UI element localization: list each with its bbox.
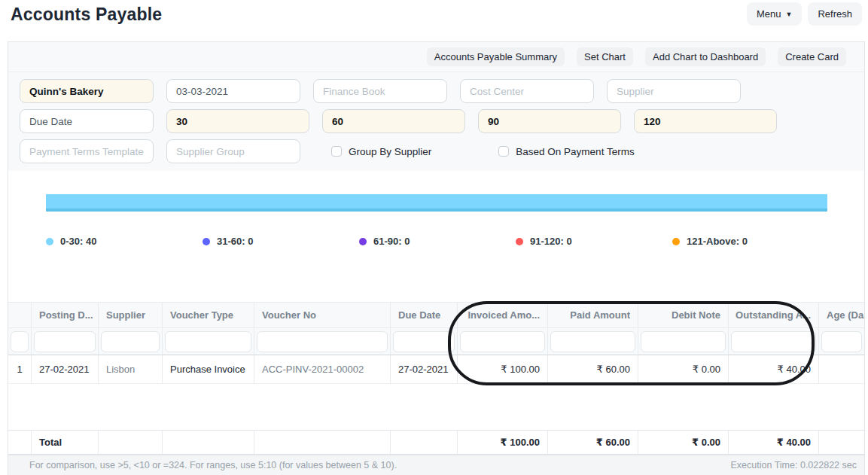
legend-dot-icon (46, 238, 53, 245)
table-empty-area (8, 384, 864, 430)
legend-dot-icon (672, 238, 680, 245)
based-on-payment-terms-option: Based On Payment Terms (498, 146, 634, 157)
cell-due-date: 27-02-2021 (391, 355, 458, 383)
header-posting-date[interactable]: Posting D... (32, 303, 99, 327)
report-toolbar: Accounts Payable Summary Set Chart Add C… (8, 42, 864, 72)
filter-outstanding-amount-input[interactable] (731, 331, 816, 352)
table-filter-row (8, 328, 864, 355)
header-rownum (8, 303, 32, 327)
legend-dot-icon (203, 238, 210, 245)
table-row[interactable]: 1 27-02-2021 Lisbon Purchase Invoice ACC… (8, 355, 864, 384)
cell-paid-amount: ₹ 60.00 (548, 355, 638, 383)
legend-label: 91-120: 0 (530, 236, 572, 247)
table-header-row: Posting D... Supplier Voucher Type Vouch… (8, 302, 864, 328)
report-container: Accounts Payable Summary Set Chart Add C… (8, 41, 865, 475)
filter-voucher-no-input[interactable] (257, 331, 388, 352)
legend-item-121-above: 121-Above: 0 (672, 236, 829, 247)
total-label: Total (32, 431, 99, 454)
header-voucher-type[interactable]: Voucher Type (163, 303, 254, 327)
based-on-payment-terms-checkbox[interactable] (498, 146, 509, 157)
report-footer: For comparison, use >5, <10 or =324. For… (8, 455, 864, 475)
create-card-button[interactable]: Create Card (778, 47, 846, 66)
report-table: Posting D... Supplier Voucher Type Vouch… (8, 302, 864, 455)
cell-invoiced-amount: ₹ 100.00 (458, 355, 548, 383)
supplier-group-filter[interactable] (166, 139, 300, 163)
legend-label: 121-Above: 0 (687, 236, 748, 247)
cell-posting-date: 27-02-2021 (32, 355, 99, 383)
ageing-range-4-filter[interactable] (634, 109, 777, 133)
table-total-row: Total ₹ 100.00 ₹ 60.00 ₹ 0.00 ₹ 40.00 (8, 430, 864, 455)
filter-row-1 (20, 79, 864, 103)
chevron-down-icon: ▼ (786, 11, 793, 18)
legend-label: 31-60: 0 (217, 236, 253, 247)
filter-voucher-type-input[interactable] (165, 331, 251, 352)
report-date-filter[interactable] (166, 79, 300, 103)
filter-rownum-input[interactable] (11, 331, 29, 352)
finance-book-filter[interactable] (313, 79, 447, 103)
ageing-range-3-filter[interactable] (478, 109, 621, 133)
menu-button-label: Menu (757, 8, 781, 20)
cell-voucher-no[interactable]: ACC-PINV-2021-00002 (254, 355, 391, 383)
cell-age-days (819, 355, 864, 383)
cell-outstanding-amount: ₹ 40.00 (729, 355, 819, 383)
total-invoiced-amount: ₹ 100.00 (458, 431, 548, 454)
chart-bar-0-30[interactable] (46, 194, 827, 212)
accounts-payable-summary-button[interactable]: Accounts Payable Summary (427, 47, 565, 66)
page-header: Accounts Payable Menu ▼ Refresh (0, 0, 868, 41)
header-paid-amount[interactable]: Paid Amount (548, 303, 638, 327)
filter-due-date-input[interactable] (393, 331, 455, 352)
group-by-supplier-checkbox[interactable] (331, 146, 342, 157)
legend-item-31-60: 31-60: 0 (203, 236, 359, 247)
group-by-supplier-label: Group By Supplier (349, 146, 431, 157)
filter-paid-amount-input[interactable] (550, 331, 635, 352)
add-chart-to-dashboard-button[interactable]: Add Chart to Dashboard (645, 47, 766, 66)
legend-dot-icon (359, 238, 367, 245)
header-outstanding-amount[interactable]: Outstanding A... (729, 303, 819, 327)
legend-item-91-120: 91-120: 0 (516, 236, 672, 247)
filter-supplier-input[interactable] (101, 331, 160, 352)
ageing-chart: 0-30: 40 31-60: 0 61-90: 0 91-120: 0 121… (8, 171, 864, 302)
cell-debit-note: ₹ 0.00 (638, 355, 729, 383)
header-invoiced-amount[interactable]: Invoiced Amo... (458, 303, 548, 327)
ageing-range-2-filter[interactable] (322, 109, 465, 133)
legend-item-61-90: 61-90: 0 (359, 236, 516, 247)
group-by-supplier-option: Group By Supplier (331, 146, 431, 157)
supplier-filter[interactable] (607, 79, 741, 103)
comparison-hint: For comparison, use >5, <10 or =324. For… (29, 460, 397, 470)
execution-time: Execution Time: 0.022822 sec (731, 460, 857, 470)
page-title: Accounts Payable (11, 5, 162, 25)
legend-label: 61-90: 0 (373, 236, 410, 247)
legend-item-0-30: 0-30: 40 (46, 236, 203, 247)
menu-button[interactable]: Menu ▼ (747, 2, 802, 26)
ageing-based-on-filter[interactable] (20, 109, 154, 133)
filter-posting-date-input[interactable] (34, 331, 96, 352)
header-supplier[interactable]: Supplier (99, 303, 163, 327)
legend-dot-icon (516, 238, 523, 245)
company-filter[interactable] (20, 79, 154, 103)
cost-center-filter[interactable] (460, 79, 594, 103)
filter-row-2 (20, 109, 864, 133)
header-age-days[interactable]: Age (Da... (819, 303, 864, 327)
header-due-date[interactable]: Due Date (391, 303, 458, 327)
based-on-payment-terms-label: Based On Payment Terms (516, 146, 634, 157)
header-debit-note[interactable]: Debit Note (638, 303, 729, 327)
cell-rownum: 1 (8, 355, 32, 383)
refresh-button[interactable]: Refresh (808, 2, 862, 26)
filter-section: Group By Supplier Based On Payment Terms (8, 72, 864, 171)
filter-age-input[interactable] (821, 331, 862, 352)
filter-invoiced-amount-input[interactable] (460, 331, 545, 352)
set-chart-button[interactable]: Set Chart (577, 47, 633, 66)
total-paid-amount: ₹ 60.00 (548, 431, 638, 454)
payment-terms-template-filter[interactable] (20, 139, 154, 163)
total-debit-note: ₹ 0.00 (638, 431, 729, 454)
chart-legend: 0-30: 40 31-60: 0 61-90: 0 91-120: 0 121… (46, 236, 829, 247)
legend-label: 0-30: 40 (60, 236, 96, 247)
header-voucher-no[interactable]: Voucher No (254, 303, 391, 327)
filter-row-3: Group By Supplier Based On Payment Terms (20, 139, 864, 163)
total-outstanding-amount: ₹ 40.00 (729, 431, 819, 454)
cell-supplier[interactable]: Lisbon (99, 355, 163, 383)
ageing-range-1-filter[interactable] (166, 109, 309, 133)
cell-voucher-type: Purchase Invoice (163, 355, 254, 383)
header-actions: Menu ▼ Refresh (747, 2, 862, 26)
filter-debit-note-input[interactable] (641, 331, 726, 352)
